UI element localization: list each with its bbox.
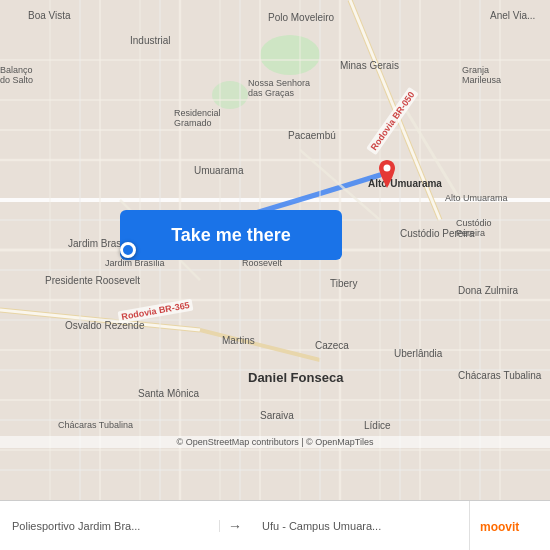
svg-point-0 [260, 35, 320, 75]
origin-label: Poliesportivo Jardim Bra... [12, 520, 207, 532]
destination-marker [375, 160, 399, 192]
svg-text:moovit: moovit [480, 519, 519, 533]
map-container: Boa Vista Industrial Anel Via... Polo Mo… [0, 0, 550, 500]
origin-marker [120, 242, 136, 258]
destination-label: Ufu - Campus Umuara... [262, 520, 457, 532]
moovit-logo: moovit [469, 501, 550, 550]
take-me-there-button[interactable]: Take me there [120, 210, 342, 260]
svg-point-44 [384, 165, 391, 172]
svg-point-1 [212, 81, 248, 109]
bottom-bar: Poliesportivo Jardim Bra... → Ufu - Camp… [0, 500, 550, 550]
map-attribution: © OpenStreetMap contributors | © OpenMap… [0, 436, 550, 448]
origin-section: Poliesportivo Jardim Bra... [0, 520, 220, 532]
destination-section: Ufu - Campus Umuara... [250, 520, 469, 532]
arrow-icon: → [220, 518, 250, 534]
